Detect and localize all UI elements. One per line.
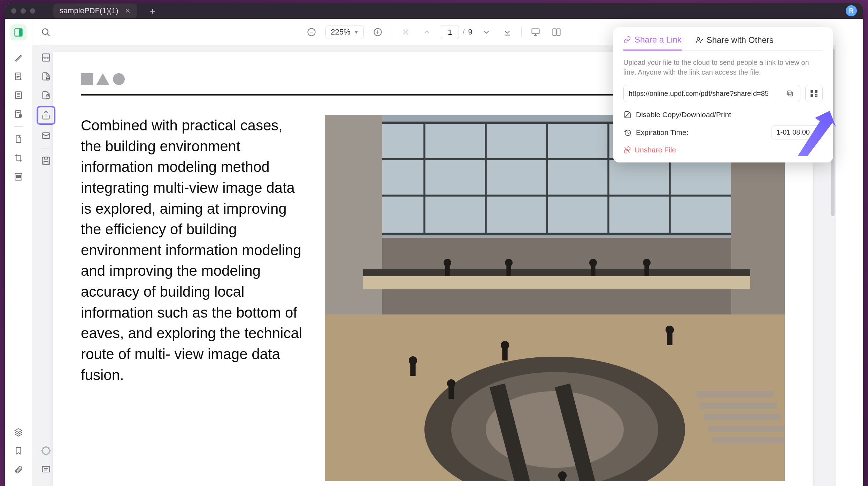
svg-rect-71	[811, 94, 813, 97]
svg-rect-55	[560, 479, 565, 481]
save-button[interactable]	[38, 153, 54, 169]
svg-rect-49	[410, 364, 415, 376]
first-page-button[interactable]	[399, 25, 413, 39]
layers-button[interactable]	[10, 424, 26, 440]
svg-point-48	[409, 356, 417, 365]
share-link-text: https://online.updf.com/pdf/share?shareI…	[629, 90, 781, 98]
svg-rect-38	[708, 426, 785, 432]
divider	[14, 45, 23, 45]
divider	[41, 45, 51, 45]
svg-rect-28	[363, 269, 750, 276]
svg-rect-37	[704, 414, 781, 420]
split-view-button[interactable]	[550, 25, 563, 39]
qr-code-button[interactable]	[805, 85, 823, 102]
svg-rect-27	[363, 276, 750, 289]
left-sidebar	[5, 19, 32, 486]
divider	[521, 27, 522, 37]
svg-marker-77	[798, 111, 836, 156]
svg-rect-12	[557, 29, 560, 36]
svg-point-58	[42, 29, 48, 35]
tab-share-link[interactable]: Share a Link	[623, 35, 682, 51]
svg-rect-45	[591, 265, 595, 276]
share-button[interactable]	[39, 109, 53, 122]
divider	[392, 27, 392, 37]
svg-rect-62	[46, 96, 49, 98]
zoom-in-button[interactable]	[371, 25, 385, 39]
svg-rect-39	[712, 437, 785, 443]
organize-tool-button[interactable]	[10, 131, 26, 147]
ai-button[interactable]	[38, 443, 54, 459]
protect-button[interactable]	[38, 87, 54, 103]
bookmark-button[interactable]	[10, 443, 26, 459]
add-file-button[interactable]	[38, 68, 54, 84]
svg-rect-64	[42, 157, 49, 165]
page-current-input[interactable]: 1	[441, 25, 459, 39]
reader-tool-button[interactable]	[10, 24, 26, 40]
svg-rect-47	[644, 265, 649, 276]
page-thumbnails-button[interactable]	[10, 87, 26, 103]
user-avatar[interactable]: R	[846, 5, 857, 16]
minimize-window-button[interactable]	[21, 8, 26, 14]
window-controls	[11, 8, 35, 14]
unshare-label: Unshare File	[635, 146, 676, 154]
ocr-button[interactable]: OCR	[38, 50, 54, 66]
copy-link-button[interactable]	[785, 88, 795, 99]
next-page-button[interactable]	[479, 25, 493, 39]
page-total: 9	[468, 28, 473, 37]
svg-rect-36	[700, 403, 777, 409]
attachment-button[interactable]	[10, 462, 26, 478]
page-separator: /	[462, 28, 464, 37]
right-sidebar: OCR	[32, 19, 59, 486]
redact-tool-button[interactable]	[10, 169, 26, 185]
svg-rect-3	[15, 92, 21, 99]
svg-rect-11	[553, 29, 556, 36]
square-icon	[81, 73, 93, 85]
maximize-window-button[interactable]	[30, 8, 35, 14]
unshare-button[interactable]: Unshare File	[623, 146, 823, 154]
disable-copy-label: Disable Copy/Download/Print	[636, 111, 731, 119]
ban-icon	[623, 111, 632, 119]
svg-rect-69	[811, 90, 813, 93]
svg-rect-10	[532, 29, 539, 34]
zoom-select[interactable]: 225% ▼	[325, 25, 364, 39]
new-tab-button[interactable]: ＋	[148, 5, 157, 17]
svg-point-52	[501, 341, 509, 349]
last-page-button[interactable]	[500, 25, 514, 39]
svg-rect-7	[16, 176, 21, 178]
page-photo	[325, 115, 785, 481]
svg-rect-57	[667, 333, 672, 345]
highlighter-tool-button[interactable]	[10, 50, 26, 66]
comments-button[interactable]	[38, 462, 54, 478]
zoom-out-button[interactable]	[305, 25, 318, 39]
form-tool-button[interactable]	[10, 106, 26, 122]
circle-icon	[113, 73, 125, 85]
close-tab-icon[interactable]: ✕	[125, 7, 131, 15]
triangle-icon	[96, 73, 109, 85]
titlebar: samplePDF(1)(1) ✕ ＋ R	[5, 3, 863, 19]
svg-rect-41	[445, 265, 450, 276]
svg-point-66	[697, 38, 699, 40]
svg-rect-74	[815, 96, 816, 97]
svg-rect-75	[816, 96, 817, 97]
share-link-field[interactable]: https://online.updf.com/pdf/share?shareI…	[623, 85, 800, 102]
divider	[14, 126, 23, 127]
svg-rect-70	[815, 90, 817, 93]
app-window: samplePDF(1)(1) ✕ ＋ R	[5, 3, 863, 486]
page-body-text: Combined with practical cases, the build…	[81, 115, 304, 481]
close-window-button[interactable]	[11, 8, 16, 14]
disable-copy-row[interactable]: Disable Copy/Download/Print	[623, 111, 823, 119]
link-icon	[623, 36, 631, 44]
search-button[interactable]	[38, 24, 54, 40]
annotate-tool-button[interactable]	[10, 68, 26, 84]
clock-icon	[623, 128, 632, 137]
crop-tool-button[interactable]	[10, 150, 26, 166]
document-tab[interactable]: samplePDF(1)(1) ✕	[53, 3, 137, 18]
previous-page-button[interactable]	[420, 25, 434, 39]
tab-share-others[interactable]: Share with Others	[696, 35, 774, 50]
tab-title: samplePDF(1)(1)	[60, 6, 118, 15]
presentation-button[interactable]	[529, 25, 543, 39]
email-button[interactable]	[38, 128, 54, 144]
avatar-initial: R	[849, 7, 854, 15]
share-tabs: Share a Link Share with Others	[623, 35, 823, 51]
people-icon	[696, 36, 703, 44]
